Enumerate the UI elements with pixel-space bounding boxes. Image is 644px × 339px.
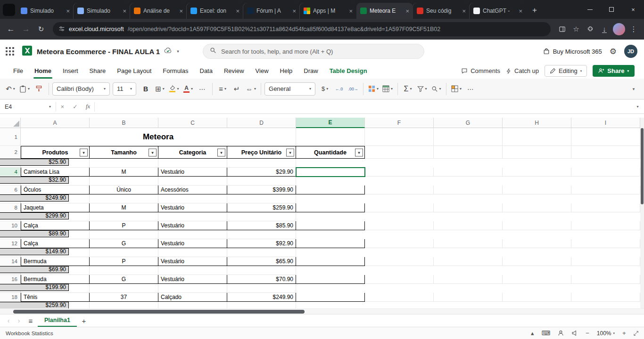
cell-D12[interactable]: $92.90 — [227, 239, 296, 248]
cell-E7[interactable] — [0, 194, 69, 195]
cell-I17[interactable] — [227, 284, 296, 293]
wrap-text-button[interactable]: ↵ — [230, 81, 243, 97]
menu-item-draw[interactable]: Draw — [298, 63, 323, 79]
cell-C14[interactable]: Vestuário — [158, 257, 227, 266]
ribbon-overflow-button[interactable]: ⋯ — [464, 81, 477, 97]
cell-E16[interactable] — [296, 275, 365, 284]
horizontal-scrollbar[interactable] — [0, 308, 644, 314]
cell-I1[interactable] — [571, 128, 640, 146]
decrease-decimal-button[interactable]: ←.0 — [332, 81, 346, 97]
catch-up-button[interactable]: Catch up — [506, 67, 539, 74]
maximize-button[interactable] — [601, 0, 622, 19]
cell-H2[interactable] — [503, 146, 571, 159]
cell-C18[interactable]: Calçado — [158, 293, 227, 302]
browser-tab[interactable]: Excel: don× — [187, 3, 243, 19]
cell-G15[interactable] — [90, 266, 158, 275]
cell-A14[interactable]: Bermuda — [21, 257, 90, 266]
cell-G6[interactable] — [434, 186, 503, 194]
column-header-H[interactable]: H — [503, 118, 571, 128]
filter-button[interactable]: ▾ — [217, 148, 225, 156]
cell-A8[interactable]: Jaqueta — [21, 203, 90, 212]
cell-I19[interactable] — [227, 302, 296, 308]
row-header-18[interactable]: 18 — [0, 293, 21, 302]
cell-I11[interactable] — [227, 230, 296, 239]
filter-button[interactable]: ▾ — [149, 148, 157, 156]
formula-input[interactable] — [95, 100, 631, 113]
cell-D11[interactable]: $89.90 — [0, 230, 69, 237]
cell-E18[interactable] — [296, 293, 365, 302]
fill-color-button[interactable]: ▾ — [167, 81, 181, 97]
cell-B12[interactable]: G — [90, 239, 158, 248]
cell-I5[interactable] — [227, 177, 296, 186]
cell-H3[interactable] — [158, 159, 227, 168]
table-header-B2[interactable]: Tamanho▾ — [90, 146, 158, 159]
minimize-button[interactable] — [579, 0, 601, 19]
cell-H13[interactable] — [158, 248, 227, 257]
address-bar[interactable]: excel.cloud.microsoft/open/onedrive/?doc… — [53, 22, 551, 36]
merged-title-cell[interactable]: Meteora — [21, 128, 296, 146]
comments-button[interactable]: Comments — [461, 67, 500, 74]
cell-I15[interactable] — [227, 266, 296, 275]
cell-E15[interactable] — [0, 266, 69, 266]
column-header-D[interactable]: D — [227, 118, 296, 128]
browser-profile-avatar[interactable] — [613, 23, 625, 35]
cell-B18[interactable]: 37 — [90, 293, 158, 302]
cell-I4[interactable] — [571, 168, 640, 177]
cell-A10[interactable]: Calça — [21, 221, 90, 230]
cell-G8[interactable] — [434, 203, 503, 212]
cell-I18[interactable] — [571, 293, 640, 302]
merge-cells-button[interactable]: ⇔▾ — [244, 81, 257, 97]
browser-tab[interactable]: Apps | M× — [300, 3, 356, 19]
all-sheets-menu-button[interactable]: ≡ — [25, 317, 37, 325]
cell-D16[interactable]: $70.90 — [227, 275, 296, 284]
tab-close-icon[interactable]: × — [462, 8, 466, 15]
cell-I7[interactable] — [227, 194, 296, 203]
font-size-combo[interactable]: 11▾ — [113, 82, 136, 96]
settings-gear-icon[interactable]: ⚙ — [610, 47, 617, 56]
font-name-combo[interactable]: Calibri (Body)▾ — [52, 82, 110, 96]
cell-C10[interactable]: Vestuário — [158, 221, 227, 230]
cell-H6[interactable] — [503, 186, 571, 194]
cell-B10[interactable]: P — [90, 221, 158, 230]
cell-H14[interactable] — [503, 257, 571, 266]
tab-close-icon[interactable]: × — [349, 8, 353, 15]
cell-E19[interactable] — [0, 302, 69, 302]
tab-close-icon[interactable]: × — [66, 8, 70, 15]
cancel-entry-button[interactable]: × — [56, 100, 69, 113]
status-expand-button[interactable]: ▴ — [531, 330, 534, 337]
cell-I3[interactable] — [227, 159, 296, 168]
cell-I13[interactable] — [227, 248, 296, 257]
row-header-14[interactable]: 14 — [0, 257, 21, 266]
tab-close-icon[interactable]: × — [179, 8, 183, 15]
cell-A18[interactable]: Tênis — [21, 293, 90, 302]
cell-I9[interactable] — [227, 212, 296, 221]
increase-decimal-button[interactable]: .00→ — [347, 81, 360, 97]
cell-E13[interactable] — [0, 248, 69, 249]
tab-close-icon[interactable]: × — [292, 8, 296, 15]
browser-menu-button[interactable]: ⋮ — [627, 23, 640, 36]
menu-item-review[interactable]: Review — [218, 63, 250, 79]
add-sheet-button[interactable]: + — [78, 317, 90, 325]
cell-C16[interactable]: Vestuário — [158, 275, 227, 284]
tab-close-icon[interactable]: × — [405, 8, 409, 15]
column-header-B[interactable]: B — [90, 118, 158, 128]
cell-D9[interactable]: $299.90 — [0, 212, 69, 219]
site-info-icon[interactable] — [58, 25, 65, 33]
previous-sheet-button[interactable]: ‹ — [4, 317, 13, 324]
filter-button[interactable]: ▾ — [355, 148, 363, 156]
cell-H12[interactable] — [503, 239, 571, 248]
fullscreen-button[interactable]: ⤢ — [634, 330, 638, 337]
cell-F8[interactable] — [365, 203, 434, 212]
cell-G10[interactable] — [434, 221, 503, 230]
bookmark-button[interactable]: ☆ — [570, 23, 583, 36]
borders-button[interactable]: ⊞▾ — [153, 81, 166, 97]
cell-styles-button[interactable]: ▾ — [450, 81, 463, 97]
row-header-12[interactable]: 12 — [0, 239, 21, 248]
cell-I14[interactable] — [571, 257, 640, 266]
cell-I12[interactable] — [571, 239, 640, 248]
document-title[interactable]: Meteora Ecommerce - FINAL AULA 1 — [37, 48, 160, 56]
cell-H15[interactable] — [158, 266, 227, 275]
row-header-8[interactable]: 8 — [0, 203, 21, 212]
refresh-button[interactable]: ↻ — [34, 22, 48, 36]
undo-button[interactable]: ↶▾ — [4, 81, 17, 97]
